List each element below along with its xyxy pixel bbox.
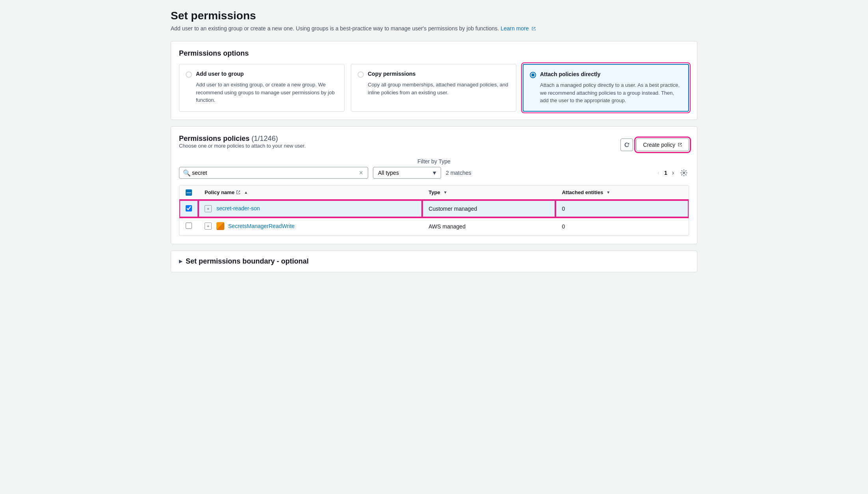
row1-checkbox[interactable] (186, 205, 192, 211)
refresh-icon (624, 142, 630, 148)
policies-toolbar: Create policy (620, 138, 689, 151)
boundary-title: Set permissions boundary - optional (186, 257, 309, 266)
matches-text: 2 matches (446, 170, 471, 176)
search-input[interactable] (179, 167, 368, 179)
permissions-options-title: Permissions options (179, 49, 689, 58)
policies-table-container: — Policy name ▲ (179, 185, 689, 236)
create-policy-external-icon (678, 142, 682, 147)
next-page-button[interactable]: › (671, 168, 676, 178)
td-policy-name-row1: + secret-reader-son (198, 200, 422, 218)
row2-policy-link[interactable]: SecretsManagerReadWrite (228, 223, 295, 229)
table-body: + secret-reader-son Customer managed 0 + (179, 200, 689, 236)
settings-icon (680, 169, 687, 176)
refresh-button[interactable] (620, 138, 633, 151)
td-type-row1: Customer managed (422, 200, 555, 218)
type-filter-wrapper: All types AWS managed Customer managed I… (373, 167, 441, 179)
policies-section-title: Permissions policies (1/1246) (179, 135, 306, 143)
pagination: ‹ 1 › (656, 168, 689, 178)
table-row: + secret-reader-son Customer managed 0 (179, 200, 689, 218)
table-header: — Policy name ▲ (179, 185, 689, 200)
option-attach-directly-desc: Attach a managed policy directly to a us… (540, 81, 682, 105)
prev-page-button[interactable]: ‹ (656, 168, 661, 178)
row1-policy-link[interactable]: secret-reader-son (216, 205, 260, 211)
th-policy-name: Policy name ▲ (198, 185, 422, 200)
policies-table: — Policy name ▲ (179, 185, 689, 236)
page-title: Set permissions (171, 9, 697, 22)
td-attached-row1: 0 (555, 200, 689, 218)
policies-section-subtitle: Choose one or more policies to attach to… (179, 143, 306, 149)
td-policy-name-row2: + SecretsManagerReadWrite (198, 217, 422, 235)
option-add-to-group-label: Add user to group (196, 71, 244, 77)
table-settings-button[interactable] (679, 168, 689, 178)
radio-add-to-group[interactable] (186, 71, 192, 78)
external-link-icon (531, 26, 536, 31)
th-type: Type ▼ (422, 185, 555, 200)
policy-name-external-icon (236, 190, 241, 195)
page-subtitle: Add user to an existing group or create … (171, 25, 697, 32)
option-attach-directly[interactable]: Attach policies directly Attach a manage… (523, 64, 689, 112)
th-attached-entities: Attached entities ▼ (555, 185, 689, 200)
permissions-options-group: Add user to group Add user to an existin… (179, 64, 689, 112)
select-all-checkbox[interactable]: — (186, 189, 192, 196)
page-number: 1 (664, 170, 667, 176)
option-copy-permissions[interactable]: Copy permissions Copy all group membersh… (351, 64, 516, 112)
permissions-policies-card: Permissions policies (1/1246) Choose one… (171, 126, 697, 244)
td-type-row2: AWS managed (422, 217, 555, 235)
create-policy-button[interactable]: Create policy (636, 138, 689, 151)
option-attach-directly-label: Attach policies directly (540, 71, 600, 77)
permissions-options-card: Permissions options Add user to group Ad… (171, 41, 697, 120)
option-add-to-group[interactable]: Add user to group Add user to an existin… (179, 64, 345, 112)
td-checkbox-row1[interactable] (179, 200, 198, 218)
radio-attach-directly[interactable] (530, 72, 536, 78)
filter-by-type-label: Filter by Type (417, 158, 451, 165)
radio-copy-permissions[interactable] (358, 71, 364, 78)
policies-count: (1/1246) (251, 135, 278, 142)
boundary-chevron-icon[interactable]: ▶ (179, 258, 183, 264)
attached-entities-sort-icon[interactable]: ▼ (606, 190, 610, 195)
policies-section-header: Permissions policies (1/1246) Choose one… (179, 135, 689, 155)
row1-expand-icon[interactable]: + (205, 205, 212, 212)
search-wrapper: 🔍 ✕ (179, 167, 368, 179)
type-filter-select[interactable]: All types AWS managed Customer managed I… (373, 167, 441, 179)
option-copy-permissions-desc: Copy all group memberships, attached man… (368, 81, 510, 96)
option-add-to-group-desc: Add user to an existing group, or create… (196, 81, 338, 104)
filter-row: 🔍 ✕ All types AWS managed Customer manag… (179, 167, 689, 179)
table-row: + SecretsManagerReadWrite AWS managed 0 (179, 217, 689, 235)
set-boundary-section: ▶ Set permissions boundary - optional (171, 251, 697, 272)
svg-point-0 (683, 172, 685, 174)
th-checkbox: — (179, 185, 198, 200)
td-attached-row2: 0 (555, 217, 689, 235)
row2-expand-icon[interactable]: + (205, 223, 212, 230)
td-checkbox-row2[interactable] (179, 217, 198, 235)
learn-more-link[interactable]: Learn more (501, 25, 536, 32)
type-sort-icon[interactable]: ▼ (443, 190, 447, 195)
option-copy-permissions-label: Copy permissions (368, 71, 415, 77)
search-icon: 🔍 (183, 169, 191, 176)
clear-search-button[interactable]: ✕ (357, 169, 365, 177)
aws-policy-icon (216, 222, 224, 230)
policy-name-sort-icon[interactable]: ▲ (244, 190, 248, 195)
row2-checkbox[interactable] (186, 223, 192, 229)
